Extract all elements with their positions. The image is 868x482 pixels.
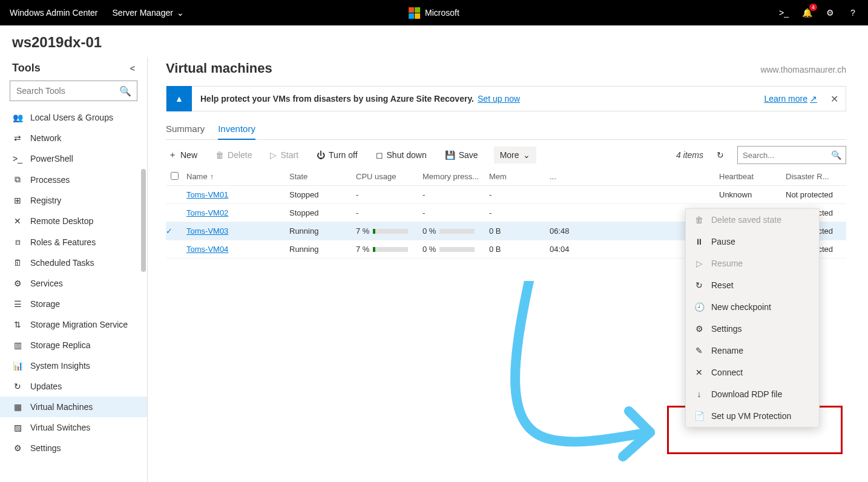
tool-icon: ⧉ — [12, 174, 23, 185]
sidebar-item-local-users-groups[interactable]: 👥Local Users & Groups — [0, 107, 147, 128]
menu-item-label: Delete saved state — [711, 215, 781, 225]
tool-icon: 👥 — [12, 113, 23, 122]
vm-name-link[interactable]: Toms-VM02 — [186, 208, 228, 217]
cell-state: Stopped — [289, 190, 356, 199]
help-icon[interactable]: ? — [847, 7, 858, 18]
col-uptime[interactable]: ... — [550, 172, 671, 181]
tab-inventory[interactable]: Inventory — [218, 120, 255, 140]
menu-item-label: Settings — [711, 324, 742, 334]
sidebar-item-label: Scheduled Tasks — [30, 258, 94, 268]
sidebar-item-label: Processes — [30, 175, 70, 185]
sidebar-item-virtual-machines[interactable]: ▦Virtual Machines — [0, 397, 147, 417]
menu-item-download-rdp-file[interactable]: ↓Download RDP file — [686, 383, 819, 405]
sidebar-item-label: Storage Replica — [30, 340, 91, 350]
play-icon: ▷ — [270, 150, 277, 160]
turn-off-button[interactable]: ⏻Turn off — [314, 147, 360, 163]
sidebar-item-label: Settings — [30, 443, 61, 453]
app-name[interactable]: Windows Admin Center — [10, 8, 98, 18]
menu-item-rename[interactable]: ✎Rename — [686, 340, 819, 362]
tools-search-input[interactable] — [10, 81, 137, 101]
col-cpu[interactable]: CPU usage — [356, 172, 422, 181]
refresh-icon[interactable]: ↻ — [717, 150, 724, 160]
sidebar-item-remote-desktop[interactable]: ✕Remote Desktop — [0, 211, 147, 231]
menu-item-settings[interactable]: ⚙Settings — [686, 318, 819, 340]
save-icon: 💾 — [445, 150, 455, 160]
sidebar-item-registry[interactable]: ⊞Registry — [0, 190, 147, 211]
table-search-input[interactable] — [737, 146, 846, 164]
vm-name-link[interactable]: Toms-VM03 — [186, 226, 228, 236]
sidebar-item-roles-features[interactable]: ⧈Roles & Features — [0, 231, 147, 253]
sidebar-item-processes[interactable]: ⧉Processes — [0, 169, 147, 190]
sidebar-item-storage[interactable]: ☰Storage — [0, 294, 147, 314]
close-banner-icon[interactable]: ✕ — [830, 93, 838, 105]
select-all-checkbox[interactable] — [171, 172, 179, 180]
cell-memory: - — [489, 190, 550, 199]
sidebar-item-label: Virtual Switches — [30, 423, 90, 432]
col-memory-pressure[interactable]: Memory press... — [422, 172, 489, 181]
more-button[interactable]: More ⌄ — [494, 147, 536, 163]
menu-item-label: Resume — [711, 259, 743, 268]
table-row[interactable]: ✓Toms-VM01Stopped---UnknownNot protected — [166, 186, 846, 204]
sidebar-item-storage-replica[interactable]: ▥Storage Replica — [0, 335, 147, 355]
new-button[interactable]: ＋New — [166, 146, 200, 164]
learn-more-link[interactable]: Learn more↗ — [764, 94, 817, 104]
sidebar-scrollbar[interactable] — [141, 169, 146, 272]
col-heartbeat[interactable]: Heartbeat — [719, 172, 786, 181]
menu-item-label: Connect — [711, 368, 743, 377]
collapse-sidebar-icon[interactable]: < — [130, 64, 135, 73]
sidebar-item-scheduled-tasks[interactable]: 🗓Scheduled Tasks — [0, 253, 147, 273]
menu-item-icon: ▷ — [694, 259, 704, 268]
menu-item-new-checkpoint[interactable]: 🕘New checkpoint — [686, 296, 819, 318]
col-name[interactable]: Name↑ — [186, 172, 289, 181]
tool-icon: ⇅ — [12, 320, 23, 329]
sidebar-item-virtual-switches[interactable]: ▨Virtual Switches — [0, 417, 147, 438]
top-header: Windows Admin Center Server Manager ⌄ Mi… — [0, 0, 868, 25]
cloud-shell-icon[interactable]: >_ — [778, 7, 789, 18]
menu-item-connect[interactable]: ✕Connect — [686, 362, 819, 383]
bell-icon[interactable]: 🔔4 — [801, 7, 812, 18]
col-state[interactable]: State — [289, 172, 356, 181]
col-memory[interactable]: Mem — [489, 172, 550, 181]
sidebar-item-label: Remote Desktop — [30, 216, 93, 226]
sidebar-item-system-insights[interactable]: 📊System Insights — [0, 355, 147, 376]
item-count: 4 items — [676, 150, 703, 160]
setup-now-link[interactable]: Set up now — [478, 94, 520, 104]
menu-item-delete-saved-state: 🗑Delete saved state — [686, 209, 819, 231]
tool-icon: 🗓 — [12, 258, 23, 268]
shut-down-button[interactable]: ◻Shut down — [373, 147, 429, 163]
check-icon: ✓ — [166, 226, 186, 236]
server-manager-dropdown[interactable]: Server Manager ⌄ — [113, 8, 184, 18]
save-button[interactable]: 💾Save — [442, 147, 481, 163]
menu-item-icon: ⚙ — [694, 324, 704, 334]
tabs: Summary Inventory — [166, 120, 846, 140]
cell-memory: - — [489, 208, 550, 217]
sidebar-item-label: PowerShell — [30, 154, 73, 163]
cell-uptime: 06:48 — [550, 226, 671, 236]
tool-icon: >_ — [12, 154, 23, 163]
menu-item-set-up-vm-protection[interactable]: 📄Set up VM Protection — [686, 405, 819, 427]
vm-name-link[interactable]: Toms-VM04 — [186, 245, 228, 254]
menu-item-reset[interactable]: ↻Reset — [686, 274, 819, 296]
search-icon: 🔍 — [831, 150, 841, 160]
sidebar-item-powershell[interactable]: >_PowerShell — [0, 148, 147, 169]
cell-heartbeat: Unknown — [719, 190, 786, 199]
menu-item-pause[interactable]: ⏸Pause — [686, 231, 819, 253]
tab-summary[interactable]: Summary — [166, 120, 205, 139]
vm-name-link[interactable]: Toms-VM01 — [186, 190, 228, 199]
sidebar-item-services[interactable]: ⚙Services — [0, 273, 147, 294]
delete-button: 🗑Delete — [213, 147, 254, 163]
sidebar-item-network[interactable]: ⇄Network — [0, 128, 147, 148]
menu-item-label: Set up VM Protection — [711, 411, 791, 421]
col-disaster-recovery[interactable]: Disaster R... — [786, 172, 846, 181]
gear-icon[interactable]: ⚙ — [824, 7, 835, 18]
sidebar-item-label: Registry — [30, 196, 61, 205]
menu-item-icon: 🗑 — [694, 215, 704, 225]
cell-disaster-recovery: Not protected — [786, 190, 846, 199]
sidebar-item-storage-migration-service[interactable]: ⇅Storage Migration Service — [0, 314, 147, 335]
sidebar-item-updates[interactable]: ↻Updates — [0, 376, 147, 397]
sidebar-item-settings[interactable]: ⚙Settings — [0, 438, 147, 458]
search-icon: 🔍 — [119, 85, 131, 97]
sidebar-item-label: Local Users & Groups — [30, 113, 113, 122]
menu-item-icon: 📄 — [694, 411, 704, 421]
external-link-icon: ↗ — [810, 94, 817, 104]
